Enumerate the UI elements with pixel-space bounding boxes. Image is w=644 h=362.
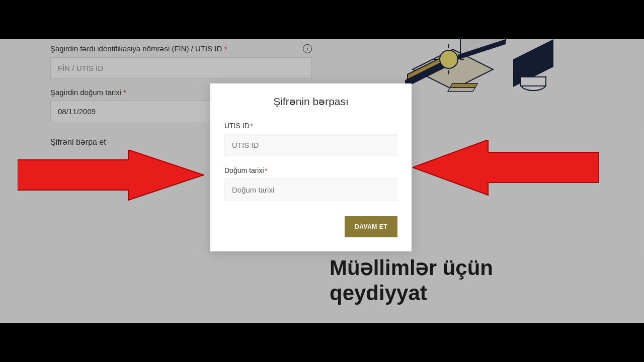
letterbox-top [0,0,644,39]
annotation-arrow-right [413,140,599,207]
continue-button[interactable]: DAVAM ET [345,216,397,237]
utis-input[interactable] [224,134,397,156]
svg-marker-16 [413,140,599,195]
modal-footer: DAVAM ET [224,216,397,237]
svg-marker-15 [18,150,204,200]
annotation-arrow-left [18,150,204,212]
password-reset-modal: Şifrənin bərpası UTIS ID* Doğum tarixi* … [210,83,412,251]
modal-dob-label: Doğum tarixi* [224,166,397,174]
letterbox-bottom [0,323,644,362]
modal-dob-label-text: Doğum tarixi [224,166,264,174]
modal-title: Şifrənin bərpası [224,96,397,108]
modal-dob-input[interactable] [224,178,397,201]
required-asterisk: * [265,167,268,174]
utis-label: UTIS ID* [224,122,397,130]
required-asterisk: * [251,123,253,130]
utis-label-text: UTIS ID [224,122,250,130]
page-content: Şagirdin fərdi identifikasiya nömrəsi (F… [0,39,644,323]
